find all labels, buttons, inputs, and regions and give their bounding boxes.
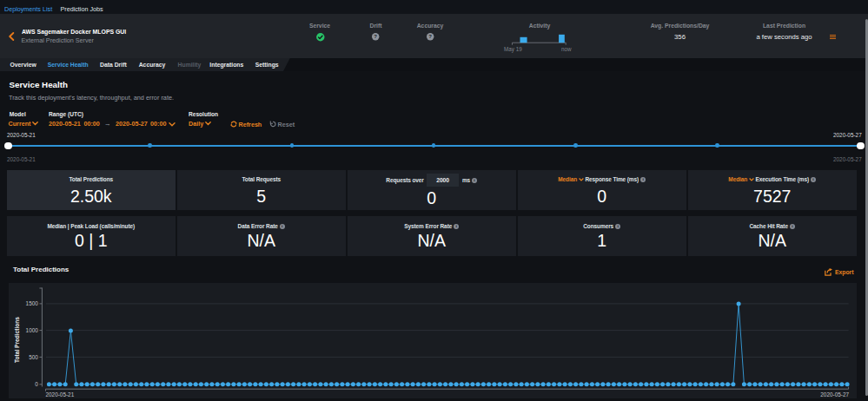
svg-text:1000: 1000 [26, 327, 39, 333]
svg-text:1500: 1500 [26, 300, 39, 306]
svg-text:0: 0 [35, 381, 38, 387]
svg-text:Total Predictions: Total Predictions [14, 317, 20, 363]
svg-text:2020-05-21: 2020-05-21 [46, 391, 75, 398]
svg-text:2020-05-27: 2020-05-27 [820, 391, 849, 398]
svg-text:500: 500 [29, 354, 38, 360]
